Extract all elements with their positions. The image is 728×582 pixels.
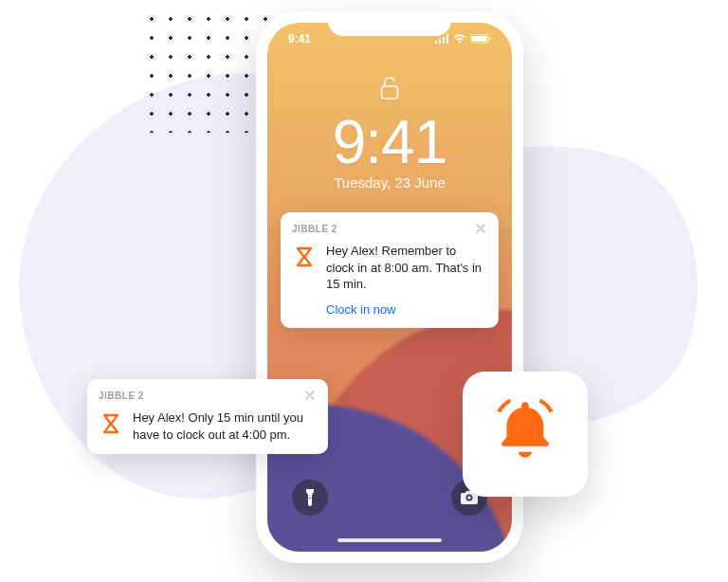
lockscreen-area: 9:41 Tuesday, 23 June [267, 76, 512, 191]
notification-message: Hey Alex! Remember to clock in at 8:00 a… [326, 243, 487, 293]
close-icon[interactable] [474, 222, 487, 235]
flashlight-icon [303, 489, 317, 506]
hourglass-icon [292, 245, 317, 269]
notification-header: JIBBLE 2 [99, 389, 317, 402]
battery-icon [470, 34, 491, 44]
status-time: 9:41 [288, 32, 311, 45]
lockscreen-date: Tuesday, 23 June [267, 174, 512, 191]
hourglass-icon [99, 411, 123, 436]
status-right [435, 32, 491, 45]
notification-message: Hey Alex! Only 15 min until you have to … [133, 409, 317, 443]
notification-header: JIBBLE 2 [292, 222, 487, 235]
unlock-icon [380, 76, 399, 104]
close-icon[interactable] [303, 389, 317, 402]
phone-notch [328, 11, 451, 36]
bell-icon [488, 395, 562, 473]
home-indicator[interactable] [337, 538, 442, 542]
svg-rect-3 [382, 86, 398, 99]
svg-rect-2 [489, 37, 491, 41]
svg-rect-1 [472, 36, 487, 42]
flashlight-button[interactable] [292, 480, 328, 516]
notification-card-primary[interactable]: JIBBLE 2 Hey Alex! Remember to clock in … [281, 212, 499, 328]
clock-in-button[interactable]: Clock in now [326, 302, 487, 317]
alert-card [463, 372, 588, 497]
notification-app-name: JIBBLE 2 [292, 224, 337, 234]
notification-app-name: JIBBLE 2 [99, 391, 144, 401]
wifi-icon [453, 34, 466, 44]
lockscreen-time: 9:41 [267, 112, 512, 173]
notification-card-secondary[interactable]: JIBBLE 2 Hey Alex! Only 15 min until you… [87, 379, 328, 454]
